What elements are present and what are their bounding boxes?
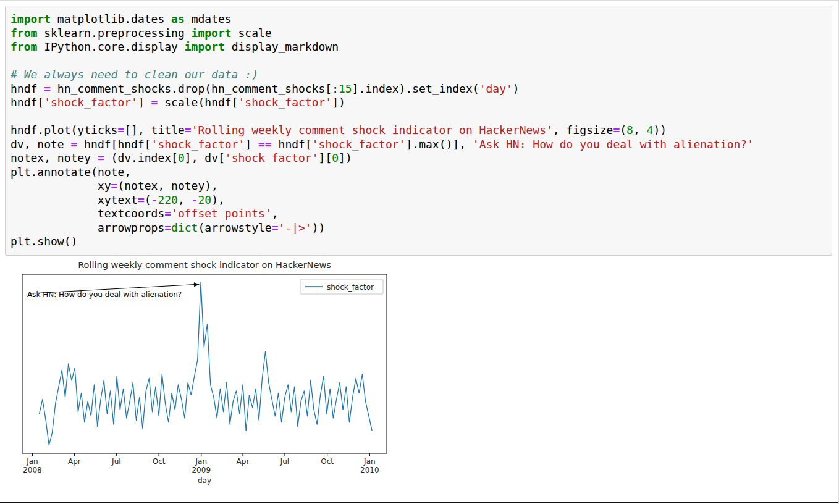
code-token-pl: arrowprops <box>11 221 164 234</box>
code-token-pl: plt.show() <box>11 235 77 248</box>
code-token-pl: (notex, notey), <box>117 179 218 192</box>
code-token-op: = <box>185 124 192 136</box>
code-token-num: 220 <box>158 193 178 206</box>
code-token-pl: xy <box>11 179 111 192</box>
chart-output: Jan2008AprJulOctJan2009AprJulOctJan2010d… <box>9 256 404 489</box>
code-token-pl: hndf <box>11 82 44 95</box>
code-token-str: 'Rolling weekly comment shock indicator … <box>192 124 553 136</box>
code-line: dv, note = hndf[hndf['shock_factor'] == … <box>11 138 827 152</box>
code-token-str: '-|>' <box>279 221 312 234</box>
code-token-pl: matplotlib.dates <box>51 12 171 25</box>
code-line: hndf.plot(yticks=[], title='Rolling week… <box>11 124 827 138</box>
legend: shock_factor <box>300 279 383 294</box>
cell-divider <box>0 502 838 503</box>
notebook-page: import matplotlib.dates as mdatesfrom sk… <box>0 0 839 504</box>
code-token-pl: hndf.plot(yticks <box>11 124 117 136</box>
code-token-pl: IPython.core.display <box>37 40 184 53</box>
code-line: plt.annotate(note, <box>11 166 827 180</box>
code-token-pl: ]) <box>339 151 352 164</box>
code-token-op: = <box>44 82 51 95</box>
x-tick-year-label: 2010 <box>360 466 379 474</box>
code-line: arrowprops=dict(arrowstyle='-|>')) <box>11 221 827 235</box>
code-token-pl: hndf[hndf[ <box>77 138 151 151</box>
legend-label: shock_factor <box>327 283 374 292</box>
code-token-pl: ) <box>513 82 520 95</box>
code-editor[interactable]: import matplotlib.dates as mdatesfrom sk… <box>11 12 827 249</box>
code-token-pl: [], title <box>124 124 185 136</box>
x-tick-label: Jul <box>111 457 120 466</box>
code-line: plt.show() <box>11 235 827 249</box>
code-token-pl: hndf[ <box>11 96 44 109</box>
code-line <box>11 54 827 69</box>
code-token-num: 0 <box>332 151 339 164</box>
code-token-op: = <box>71 138 78 151</box>
code-line: import matplotlib.dates as mdates <box>11 12 827 27</box>
code-token-pl: mdates <box>185 12 232 25</box>
code-token-pl: textcoords <box>11 207 164 220</box>
code-token-num: 8 <box>626 124 633 136</box>
code-token-op: - <box>192 193 198 206</box>
code-token-pl: hn_comment_shocks.drop(hn_comment_shocks… <box>51 82 339 95</box>
code-line: notex, notey = (dv.index[0], dv['shock_f… <box>11 151 827 166</box>
code-token-pl: )) <box>312 221 326 234</box>
x-tick-label: Jul <box>280 457 289 466</box>
matplotlib-figure: Jan2008AprJulOctJan2009AprJulOctJan2010d… <box>9 256 404 486</box>
code-token-op: - <box>151 193 158 206</box>
code-token-pl: , <box>633 124 647 136</box>
code-token-pl: ][ <box>319 151 332 164</box>
code-token-op: = <box>117 124 124 136</box>
code-token-pl: , <box>178 193 192 206</box>
code-token-pl: ].max()], <box>405 138 472 151</box>
chart-title: Rolling weekly comment shock indicator o… <box>78 260 331 270</box>
code-token-pl: plt.annotate(note, <box>11 166 131 178</box>
code-token-pl: ( <box>145 193 151 206</box>
output-area: Jan2008AprJulOctJan2009AprJulOctJan2010d… <box>9 256 404 489</box>
code-token-pl: dv, note <box>11 138 71 151</box>
code-token-kw: from <box>11 40 37 53</box>
code-line: from sklearn.preprocessing import scale <box>11 27 827 41</box>
x-axis-label: day <box>198 476 211 485</box>
code-token-str: 'Ask HN: How do you deal with alienation… <box>473 138 754 151</box>
x-tick-label: Jan <box>363 457 376 466</box>
code-line <box>11 110 827 124</box>
x-tick-label: Apr <box>68 457 81 466</box>
code-token-pl: (dv.index[ <box>104 151 178 164</box>
code-token-bi: dict <box>171 221 198 234</box>
code-line: # We always need to clean our data :) <box>11 68 827 82</box>
code-token-op: == <box>258 138 272 151</box>
code-token-com: # We always need to clean our data :) <box>11 68 258 81</box>
code-token-str: 'day' <box>479 82 513 95</box>
x-tick-year-label: 2009 <box>192 466 211 474</box>
code-token-op: = <box>151 96 158 109</box>
code-line: xytext=(-220, -20), <box>11 193 827 208</box>
code-token-str: 'shock_factor' <box>151 138 245 151</box>
annotation-text: Ask HN: How do you deal with alienation? <box>27 290 182 299</box>
code-token-pl: display_markdown <box>225 40 339 53</box>
code-token-op: = <box>111 179 118 192</box>
code-token-pl: ( <box>620 124 626 136</box>
code-token-pl: xytext <box>11 193 138 206</box>
code-token-kw: as <box>171 12 185 25</box>
code-token-str: 'shock_factor' <box>238 96 332 109</box>
code-line: textcoords='offset points', <box>11 207 827 221</box>
code-token-pl: scale(hndf[ <box>158 96 238 109</box>
code-token-num: 4 <box>647 124 654 136</box>
code-cell[interactable]: import matplotlib.dates as mdatesfrom sk… <box>5 6 832 256</box>
code-token-pl: )) <box>653 124 667 136</box>
code-token-str: 'shock_factor' <box>312 138 406 151</box>
code-token-str: 'shock_factor' <box>44 96 138 109</box>
code-token-pl: hndf[ <box>272 138 312 151</box>
code-line: xy=(notex, notey), <box>11 179 827 193</box>
code-token-pl: (arrowstyle <box>198 221 271 234</box>
code-token-pl: , <box>272 207 279 220</box>
code-token-pl: ].index).set_index( <box>352 82 479 95</box>
code-token-pl: ] <box>138 96 151 109</box>
code-token-pl: sklearn.preprocessing <box>37 27 191 40</box>
code-token-pl: ), <box>211 193 225 206</box>
code-token-op: = <box>98 151 104 164</box>
code-token-pl: notex, notey <box>11 151 98 164</box>
code-line: hndf['shock_factor'] = scale(hndf['shock… <box>11 96 827 110</box>
code-token-op: = <box>272 221 279 234</box>
code-token-str: 'shock_factor' <box>225 151 319 164</box>
x-tick-label: Jan <box>26 457 38 466</box>
